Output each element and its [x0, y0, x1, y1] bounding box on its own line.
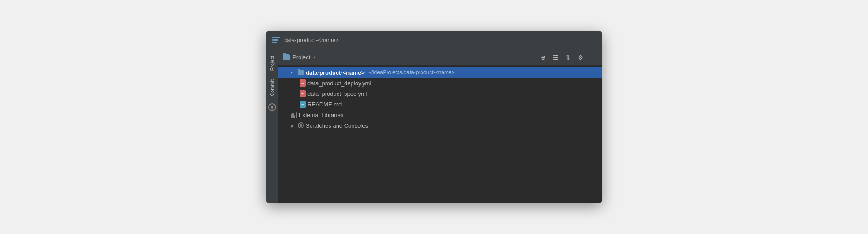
vcs-icon[interactable]	[267, 102, 277, 112]
yaml-icon	[300, 90, 306, 97]
project-tab[interactable]: Project	[267, 51, 277, 75]
chevron-down-icon: ▾	[291, 70, 296, 75]
tree-item-deploy-yml[interactable]: data_product_deploy.yml	[278, 78, 602, 88]
project-folder-icon	[283, 54, 290, 60]
tree-item-scratches[interactable]: ▶ Scratches and Consoles	[278, 120, 602, 131]
deploy-yml-name: data_product_deploy.yml	[307, 80, 371, 87]
root-folder-name: data-product-<name>	[306, 69, 365, 76]
tree-item-spec-yml[interactable]: data_product_spec.yml	[278, 88, 602, 99]
chevron-right-icon: ▶	[291, 123, 296, 128]
md-icon	[300, 101, 306, 108]
dropdown-arrow-icon[interactable]: ▾	[314, 55, 316, 60]
settings-button[interactable]: ⚙	[576, 53, 585, 62]
title-bar: data-product-<name>	[266, 31, 602, 49]
project-panel: Project ▾ ⊕ ☰ ⇅ ⚙ — ▾ data-product-<name…	[278, 49, 602, 203]
commit-tab[interactable]: Commit	[267, 75, 277, 101]
expand-all-button[interactable]: ⇅	[563, 53, 573, 62]
yaml-icon	[300, 79, 306, 87]
root-folder-path: ~/IdeaProjects/data-product-<name>	[368, 69, 455, 75]
ext-lib-icon	[291, 112, 297, 118]
scope-button[interactable]: ⊕	[538, 53, 548, 62]
collapse-all-button[interactable]: ☰	[551, 53, 561, 62]
minimize-button[interactable]: —	[588, 53, 598, 62]
git-icon	[268, 103, 276, 111]
tree-item-readme[interactable]: README.md	[278, 99, 602, 109]
title-bar-folder-icon	[272, 37, 280, 44]
file-tree: ▾ data-product-<name> ~/IdeaProjects/dat…	[278, 65, 602, 203]
readme-name: README.md	[307, 101, 342, 108]
tree-root-item[interactable]: ▾ data-product-<name> ~/IdeaProjects/dat…	[278, 67, 602, 78]
toolbar: Project ▾ ⊕ ☰ ⇅ ⚙ —	[278, 49, 602, 65]
scratches-icon	[298, 122, 304, 128]
window-title: data-product-<name>	[284, 37, 339, 43]
scratches-name: Scratches and Consoles	[306, 122, 368, 129]
external-libraries-name: External Libraries	[299, 112, 343, 118]
toolbar-label: Project	[292, 54, 310, 60]
folder-icon	[298, 70, 304, 75]
main-area: Project Commit Project ▾ ⊕ ☰ ⇅ ⚙ —	[266, 49, 602, 203]
tree-item-external-libraries[interactable]: External Libraries	[278, 109, 602, 120]
ide-window: data-product-<name> Project Commit Proje…	[266, 31, 602, 203]
side-tabs: Project Commit	[266, 49, 278, 203]
spec-yml-name: data_product_spec.yml	[307, 91, 367, 97]
